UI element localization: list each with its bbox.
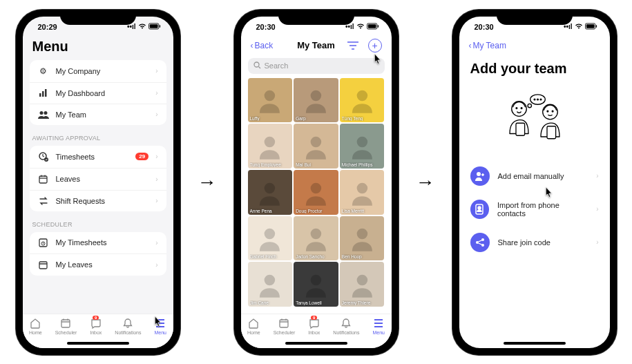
- tab-label: Inbox: [90, 330, 102, 335]
- menu-item-my-leaves[interactable]: My Leaves ›: [30, 254, 166, 276]
- tab-inbox[interactable]: Inbox9: [308, 318, 320, 335]
- svg-point-31: [254, 62, 259, 67]
- chevron-right-icon: ›: [596, 172, 598, 180]
- back-button[interactable]: ‹ My Team: [469, 41, 506, 50]
- team-member[interactable]: Jeremy Thiere: [340, 262, 385, 307]
- menu-label: Shift Requests: [56, 197, 149, 205]
- menu-label: Leaves: [56, 175, 149, 183]
- home-icon: [30, 318, 41, 329]
- team-member[interactable]: Anne Pena: [248, 170, 293, 215]
- add-options: Add email manually › Import from phone c…: [459, 160, 610, 259]
- svg-rect-26: [367, 24, 376, 28]
- team-member[interactable]: Jim Cane: [248, 262, 293, 307]
- team-member[interactable]: Garp: [294, 78, 338, 123]
- svg-point-36: [265, 137, 276, 148]
- notifications-icon: [341, 318, 352, 329]
- svg-rect-18: [61, 320, 70, 327]
- member-name: Ben Hoop: [342, 254, 383, 259]
- member-name: Michael Phillips: [342, 162, 383, 167]
- tab-label: Scheduler: [55, 330, 77, 335]
- pointer-cursor: [150, 315, 165, 330]
- menu-item-shift-requests[interactable]: Shift Requests ›: [30, 191, 166, 211]
- calendar-icon: [38, 175, 49, 184]
- option-import-contacts[interactable]: Import from phone contacts ›: [459, 193, 610, 226]
- wifi-icon: [575, 23, 583, 31]
- svg-point-46: [311, 275, 322, 286]
- team-member[interactable]: Luffy: [248, 78, 293, 123]
- tab-label: Menu: [372, 330, 385, 335]
- svg-point-38: [356, 137, 367, 148]
- svg-point-39: [265, 183, 276, 194]
- team-member[interactable]: Mai Bui: [294, 124, 338, 169]
- wifi-icon: [138, 23, 146, 31]
- team-member[interactable]: Tùng Teng: [340, 78, 385, 123]
- tab-inbox[interactable]: Inbox9: [90, 318, 102, 335]
- menu-item-my-timesheets[interactable]: My Timesheets ›: [30, 232, 166, 254]
- chevron-right-icon: ›: [155, 239, 157, 247]
- option-label: Add email manually: [498, 172, 564, 180]
- page-title: Add your team: [459, 58, 610, 84]
- menu-content: ⚙ My Company › My Dashboard › My Team: [23, 60, 173, 314]
- back-label: Back: [255, 41, 274, 50]
- notch: [60, 10, 136, 25]
- search-input[interactable]: Search: [248, 58, 385, 74]
- tab-badge: 9: [93, 316, 99, 320]
- member-name: Tung Employee: [250, 162, 291, 167]
- notifications-icon: [122, 318, 133, 329]
- member-name: Jeremy Thiere: [342, 300, 383, 305]
- svg-point-69: [540, 99, 542, 100]
- illustration: [459, 84, 610, 153]
- tab-notifications[interactable]: Notifications: [115, 318, 141, 335]
- svg-rect-4: [42, 91, 44, 97]
- svg-point-73: [478, 207, 481, 209]
- scheduler-icon: [60, 318, 71, 329]
- team-member[interactable]: Doug Proctor: [294, 170, 338, 215]
- team-member[interactable]: Tung Employee: [248, 124, 293, 169]
- menu-section-main: ⚙ My Company › My Dashboard › My Team: [30, 60, 166, 125]
- tab-menu[interactable]: Menu: [372, 318, 385, 335]
- tab-scheduler[interactable]: Scheduler: [55, 318, 77, 335]
- team-member[interactable]: Tanya Lowell: [294, 262, 338, 307]
- team-member[interactable]: Lisa Merritt: [340, 170, 385, 215]
- svg-rect-2: [159, 25, 160, 28]
- svg-rect-48: [280, 320, 288, 327]
- menu-item-team[interactable]: My Team ›: [30, 104, 166, 125]
- menu-section-approval: Timesheets 29 › Leaves › Shift Requests: [30, 146, 166, 211]
- count-badge: 29: [135, 153, 149, 160]
- team-member[interactable]: Michael Phillips: [340, 124, 385, 169]
- svg-point-60: [521, 107, 522, 108]
- svg-rect-1: [149, 24, 157, 28]
- option-share-code[interactable]: Share join code ›: [459, 226, 610, 259]
- filter-button[interactable]: [346, 39, 360, 52]
- chevron-right-icon: ›: [155, 175, 157, 183]
- team-member[interactable]: Ben Hoop: [340, 216, 385, 261]
- menu-item-dashboard[interactable]: My Dashboard ›: [30, 83, 166, 104]
- menu-item-leaves[interactable]: Leaves ›: [30, 169, 166, 191]
- team-member[interactable]: Jadon Sancho: [294, 216, 338, 261]
- menu-label: My Team: [56, 111, 149, 119]
- tab-home[interactable]: Home: [29, 318, 42, 335]
- tab-label: Home: [247, 330, 260, 335]
- phone-team: 20:30 ••ıl ‹ Back My Team +: [234, 10, 399, 355]
- option-add-email[interactable]: Add email manually ›: [459, 160, 610, 193]
- add-button[interactable]: +: [368, 39, 382, 52]
- tab-notifications[interactable]: Notifications: [333, 318, 359, 335]
- tab-home[interactable]: Home: [247, 318, 260, 335]
- back-button[interactable]: ‹ Back: [251, 41, 274, 50]
- tab-scheduler[interactable]: Scheduler: [274, 318, 296, 335]
- svg-rect-56: [586, 24, 594, 28]
- tab-label: Notifications: [333, 330, 359, 335]
- svg-point-45: [265, 275, 276, 286]
- member-name: Jadon Sancho: [296, 254, 336, 259]
- svg-rect-10: [39, 176, 47, 183]
- svg-point-33: [265, 90, 276, 102]
- menu-item-timesheets[interactable]: Timesheets 29 ›: [30, 146, 166, 169]
- section-heading: AWAITING APPROVAL: [30, 132, 166, 146]
- team-member[interactable]: Gabriel Finch: [248, 216, 293, 261]
- menu-item-company[interactable]: ⚙ My Company ›: [30, 60, 166, 83]
- svg-line-78: [478, 243, 481, 245]
- menu-section-scheduler: My Timesheets › My Leaves ›: [30, 232, 166, 276]
- tab-label: Notifications: [115, 330, 141, 335]
- chevron-right-icon: ›: [155, 197, 157, 204]
- svg-point-34: [311, 90, 322, 102]
